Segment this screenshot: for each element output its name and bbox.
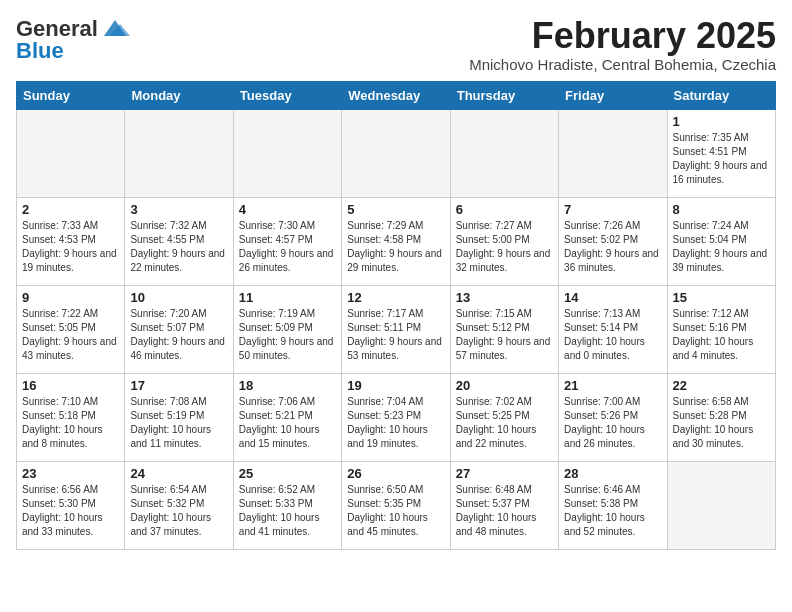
day-number: 27 bbox=[456, 466, 553, 481]
day-cell: 4Sunrise: 7:30 AMSunset: 4:57 PMDaylight… bbox=[233, 197, 341, 285]
logo: General Blue bbox=[16, 16, 130, 64]
day-info: Sunrise: 7:04 AMSunset: 5:23 PMDaylight:… bbox=[347, 395, 444, 451]
day-number: 28 bbox=[564, 466, 661, 481]
day-info: Sunrise: 7:26 AMSunset: 5:02 PMDaylight:… bbox=[564, 219, 661, 275]
day-cell: 25Sunrise: 6:52 AMSunset: 5:33 PMDayligh… bbox=[233, 461, 341, 549]
day-info: Sunrise: 7:15 AMSunset: 5:12 PMDaylight:… bbox=[456, 307, 553, 363]
week-row-4: 23Sunrise: 6:56 AMSunset: 5:30 PMDayligh… bbox=[17, 461, 776, 549]
day-cell: 11Sunrise: 7:19 AMSunset: 5:09 PMDayligh… bbox=[233, 285, 341, 373]
day-number: 23 bbox=[22, 466, 119, 481]
weekday-header-wednesday: Wednesday bbox=[342, 81, 450, 109]
weekday-header-row: SundayMondayTuesdayWednesdayThursdayFrid… bbox=[17, 81, 776, 109]
day-cell: 27Sunrise: 6:48 AMSunset: 5:37 PMDayligh… bbox=[450, 461, 558, 549]
day-number: 11 bbox=[239, 290, 336, 305]
day-number: 26 bbox=[347, 466, 444, 481]
day-number: 21 bbox=[564, 378, 661, 393]
day-cell: 2Sunrise: 7:33 AMSunset: 4:53 PMDaylight… bbox=[17, 197, 125, 285]
day-info: Sunrise: 6:52 AMSunset: 5:33 PMDaylight:… bbox=[239, 483, 336, 539]
day-cell: 8Sunrise: 7:24 AMSunset: 5:04 PMDaylight… bbox=[667, 197, 775, 285]
week-row-0: 1Sunrise: 7:35 AMSunset: 4:51 PMDaylight… bbox=[17, 109, 776, 197]
calendar-table: SundayMondayTuesdayWednesdayThursdayFrid… bbox=[16, 81, 776, 550]
day-cell: 19Sunrise: 7:04 AMSunset: 5:23 PMDayligh… bbox=[342, 373, 450, 461]
day-cell: 6Sunrise: 7:27 AMSunset: 5:00 PMDaylight… bbox=[450, 197, 558, 285]
day-info: Sunrise: 7:00 AMSunset: 5:26 PMDaylight:… bbox=[564, 395, 661, 451]
weekday-header-monday: Monday bbox=[125, 81, 233, 109]
logo-text: General Blue bbox=[16, 16, 130, 64]
day-cell bbox=[559, 109, 667, 197]
day-cell: 13Sunrise: 7:15 AMSunset: 5:12 PMDayligh… bbox=[450, 285, 558, 373]
day-number: 14 bbox=[564, 290, 661, 305]
weekday-header-friday: Friday bbox=[559, 81, 667, 109]
day-info: Sunrise: 7:19 AMSunset: 5:09 PMDaylight:… bbox=[239, 307, 336, 363]
day-info: Sunrise: 7:27 AMSunset: 5:00 PMDaylight:… bbox=[456, 219, 553, 275]
day-info: Sunrise: 7:29 AMSunset: 4:58 PMDaylight:… bbox=[347, 219, 444, 275]
day-number: 5 bbox=[347, 202, 444, 217]
day-number: 18 bbox=[239, 378, 336, 393]
day-info: Sunrise: 7:17 AMSunset: 5:11 PMDaylight:… bbox=[347, 307, 444, 363]
day-number: 13 bbox=[456, 290, 553, 305]
day-number: 1 bbox=[673, 114, 770, 129]
day-info: Sunrise: 7:06 AMSunset: 5:21 PMDaylight:… bbox=[239, 395, 336, 451]
day-number: 25 bbox=[239, 466, 336, 481]
day-info: Sunrise: 7:32 AMSunset: 4:55 PMDaylight:… bbox=[130, 219, 227, 275]
day-number: 12 bbox=[347, 290, 444, 305]
day-info: Sunrise: 6:58 AMSunset: 5:28 PMDaylight:… bbox=[673, 395, 770, 451]
location: Mnichovo Hradiste, Central Bohemia, Czec… bbox=[469, 56, 776, 73]
day-cell: 23Sunrise: 6:56 AMSunset: 5:30 PMDayligh… bbox=[17, 461, 125, 549]
day-info: Sunrise: 6:48 AMSunset: 5:37 PMDaylight:… bbox=[456, 483, 553, 539]
day-cell bbox=[450, 109, 558, 197]
day-cell bbox=[667, 461, 775, 549]
day-cell: 20Sunrise: 7:02 AMSunset: 5:25 PMDayligh… bbox=[450, 373, 558, 461]
day-number: 8 bbox=[673, 202, 770, 217]
day-number: 4 bbox=[239, 202, 336, 217]
day-number: 9 bbox=[22, 290, 119, 305]
page-header: General Blue February 2025 Mnichovo Hrad… bbox=[16, 16, 776, 73]
day-number: 20 bbox=[456, 378, 553, 393]
day-info: Sunrise: 7:02 AMSunset: 5:25 PMDaylight:… bbox=[456, 395, 553, 451]
day-cell: 5Sunrise: 7:29 AMSunset: 4:58 PMDaylight… bbox=[342, 197, 450, 285]
day-number: 10 bbox=[130, 290, 227, 305]
month-title: February 2025 bbox=[469, 16, 776, 56]
day-info: Sunrise: 6:56 AMSunset: 5:30 PMDaylight:… bbox=[22, 483, 119, 539]
day-cell: 9Sunrise: 7:22 AMSunset: 5:05 PMDaylight… bbox=[17, 285, 125, 373]
day-info: Sunrise: 7:08 AMSunset: 5:19 PMDaylight:… bbox=[130, 395, 227, 451]
day-cell: 1Sunrise: 7:35 AMSunset: 4:51 PMDaylight… bbox=[667, 109, 775, 197]
day-cell: 15Sunrise: 7:12 AMSunset: 5:16 PMDayligh… bbox=[667, 285, 775, 373]
day-cell: 24Sunrise: 6:54 AMSunset: 5:32 PMDayligh… bbox=[125, 461, 233, 549]
day-number: 15 bbox=[673, 290, 770, 305]
day-cell: 12Sunrise: 7:17 AMSunset: 5:11 PMDayligh… bbox=[342, 285, 450, 373]
day-cell: 17Sunrise: 7:08 AMSunset: 5:19 PMDayligh… bbox=[125, 373, 233, 461]
day-number: 22 bbox=[673, 378, 770, 393]
day-cell: 16Sunrise: 7:10 AMSunset: 5:18 PMDayligh… bbox=[17, 373, 125, 461]
day-number: 6 bbox=[456, 202, 553, 217]
day-number: 7 bbox=[564, 202, 661, 217]
day-cell bbox=[17, 109, 125, 197]
day-number: 3 bbox=[130, 202, 227, 217]
day-info: Sunrise: 7:22 AMSunset: 5:05 PMDaylight:… bbox=[22, 307, 119, 363]
day-cell: 18Sunrise: 7:06 AMSunset: 5:21 PMDayligh… bbox=[233, 373, 341, 461]
day-cell: 10Sunrise: 7:20 AMSunset: 5:07 PMDayligh… bbox=[125, 285, 233, 373]
day-info: Sunrise: 7:12 AMSunset: 5:16 PMDaylight:… bbox=[673, 307, 770, 363]
day-number: 17 bbox=[130, 378, 227, 393]
day-info: Sunrise: 6:46 AMSunset: 5:38 PMDaylight:… bbox=[564, 483, 661, 539]
day-cell: 3Sunrise: 7:32 AMSunset: 4:55 PMDaylight… bbox=[125, 197, 233, 285]
week-row-1: 2Sunrise: 7:33 AMSunset: 4:53 PMDaylight… bbox=[17, 197, 776, 285]
week-row-2: 9Sunrise: 7:22 AMSunset: 5:05 PMDaylight… bbox=[17, 285, 776, 373]
day-cell: 28Sunrise: 6:46 AMSunset: 5:38 PMDayligh… bbox=[559, 461, 667, 549]
day-info: Sunrise: 6:54 AMSunset: 5:32 PMDaylight:… bbox=[130, 483, 227, 539]
day-number: 16 bbox=[22, 378, 119, 393]
day-cell bbox=[342, 109, 450, 197]
day-info: Sunrise: 7:33 AMSunset: 4:53 PMDaylight:… bbox=[22, 219, 119, 275]
title-block: February 2025 Mnichovo Hradiste, Central… bbox=[469, 16, 776, 73]
week-row-3: 16Sunrise: 7:10 AMSunset: 5:18 PMDayligh… bbox=[17, 373, 776, 461]
day-cell bbox=[233, 109, 341, 197]
day-cell bbox=[125, 109, 233, 197]
weekday-header-sunday: Sunday bbox=[17, 81, 125, 109]
day-cell: 26Sunrise: 6:50 AMSunset: 5:35 PMDayligh… bbox=[342, 461, 450, 549]
logo-icon bbox=[100, 18, 130, 38]
day-cell: 21Sunrise: 7:00 AMSunset: 5:26 PMDayligh… bbox=[559, 373, 667, 461]
weekday-header-tuesday: Tuesday bbox=[233, 81, 341, 109]
day-info: Sunrise: 7:10 AMSunset: 5:18 PMDaylight:… bbox=[22, 395, 119, 451]
day-cell: 14Sunrise: 7:13 AMSunset: 5:14 PMDayligh… bbox=[559, 285, 667, 373]
day-info: Sunrise: 7:30 AMSunset: 4:57 PMDaylight:… bbox=[239, 219, 336, 275]
